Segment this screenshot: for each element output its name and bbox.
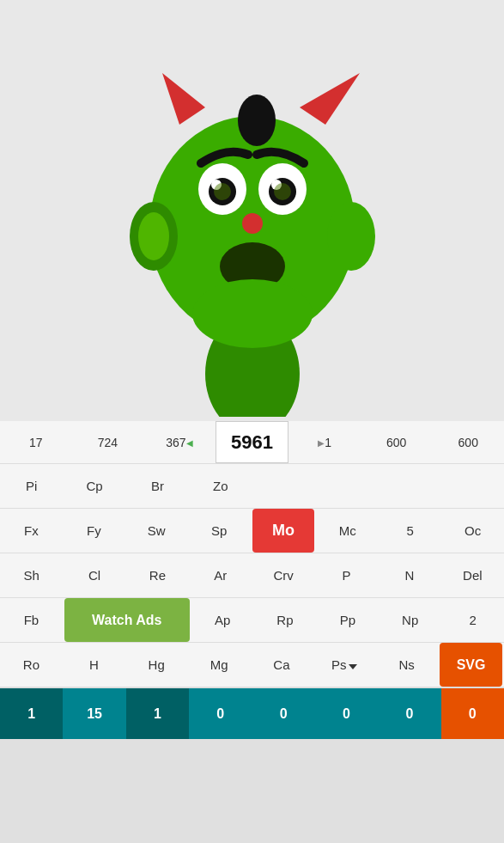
label-row-3: Sh Cl Re Ar Crv P N Del <box>0 553 504 598</box>
cell-empty-2 <box>315 464 378 508</box>
val-cell-6: 0 <box>378 688 440 739</box>
cell-sw[interactable]: Sw <box>125 509 188 553</box>
label-row-5: Ro H Hg Mg Ca Ps Ns SVG <box>0 643 504 687</box>
cell-br[interactable]: Br <box>126 464 189 508</box>
cell-5[interactable]: 5 <box>379 509 441 553</box>
cell-ar[interactable]: Ar <box>189 553 252 597</box>
cell-h[interactable]: H <box>63 643 125 687</box>
ps-label: Ps <box>331 657 347 672</box>
cursor-icon <box>349 664 357 669</box>
svg-point-15 <box>274 183 291 200</box>
label-row-1: Pi Cp Br Zo <box>0 464 504 509</box>
cell-fx[interactable]: Fx <box>0 509 63 553</box>
cell-mg[interactable]: Mg <box>188 643 251 687</box>
val-cell-0: 1 <box>0 688 63 739</box>
cell-ps[interactable]: Ps <box>313 643 375 687</box>
cell-hg[interactable]: Hg <box>125 643 188 687</box>
cell-mc[interactable]: Mc <box>316 509 379 553</box>
svg-point-14 <box>214 183 231 200</box>
svg-marker-5 <box>162 73 205 125</box>
num-cell-4: 1 <box>288 436 361 449</box>
cell-2[interactable]: 2 <box>441 598 504 642</box>
cell-fy[interactable]: Fy <box>63 509 125 553</box>
cell-mo[interactable]: Mo <box>252 509 315 553</box>
character-display <box>0 0 504 421</box>
cell-fb[interactable]: Fb <box>0 598 63 642</box>
cell-del[interactable]: Del <box>441 553 504 597</box>
cell-sp[interactable]: Sp <box>188 509 251 553</box>
val-cell-1: 15 <box>63 688 125 739</box>
val-cell-5: 0 <box>315 688 378 739</box>
val-cell-7: 0 <box>441 688 504 739</box>
cell-oc[interactable]: Oc <box>441 509 504 553</box>
val-cell-4: 0 <box>252 688 315 739</box>
num-cell-5: 600 <box>361 436 433 449</box>
num-cell-3-highlight: 5961 <box>216 421 289 463</box>
number-row: 17 724 367 5961 1 600 600 <box>0 421 504 464</box>
svg-point-16 <box>242 213 263 234</box>
cell-cl[interactable]: Cl <box>63 553 125 597</box>
cell-ro[interactable]: Ro <box>0 643 63 687</box>
val-cell-3: 0 <box>189 688 252 739</box>
svg-point-3 <box>327 202 375 271</box>
val-cell-2: 1 <box>126 688 189 739</box>
num-cell-2: 367 <box>143 436 216 449</box>
watch-ads-button[interactable]: Watch Ads <box>64 598 190 642</box>
cell-svg[interactable]: SVG <box>440 643 502 687</box>
label-row-4: Fb Watch Ads Ap Rp Pp Np 2 <box>0 598 504 643</box>
cell-crv[interactable]: Crv <box>252 553 315 597</box>
num-cell-6: 600 <box>432 436 504 449</box>
cell-p[interactable]: P <box>315 553 378 597</box>
cell-np[interactable]: Np <box>379 598 441 642</box>
cell-re[interactable]: Re <box>126 553 189 597</box>
cell-ap[interactable]: Ap <box>191 598 254 642</box>
cell-cp[interactable]: Cp <box>63 464 125 508</box>
cell-zo[interactable]: Zo <box>189 464 252 508</box>
cell-ca[interactable]: Ca <box>251 643 313 687</box>
grid-area: 17 724 367 5961 1 600 600 Pi Cp Br Zo Fx… <box>0 421 504 739</box>
cell-pi[interactable]: Pi <box>0 464 63 508</box>
svg-point-4 <box>138 212 169 260</box>
cell-sh[interactable]: Sh <box>0 553 63 597</box>
num-cell-0: 17 <box>0 436 72 449</box>
cell-rp[interactable]: Rp <box>254 598 317 642</box>
num-cell-1: 724 <box>72 436 144 449</box>
cell-empty-1 <box>252 464 315 508</box>
cell-ns[interactable]: Ns <box>375 643 438 687</box>
svg-point-18 <box>192 279 313 348</box>
character-svg <box>115 4 390 417</box>
svg-marker-6 <box>300 73 360 125</box>
cell-pp[interactable]: Pp <box>316 598 379 642</box>
svg-point-7 <box>238 95 276 146</box>
cell-empty-3 <box>378 464 440 508</box>
label-row-2: Fx Fy Sw Sp Mo Mc 5 Oc <box>0 509 504 553</box>
value-row: 1 15 1 0 0 0 0 0 <box>0 687 504 739</box>
cell-n[interactable]: N <box>378 553 440 597</box>
cell-empty-4 <box>441 464 504 508</box>
